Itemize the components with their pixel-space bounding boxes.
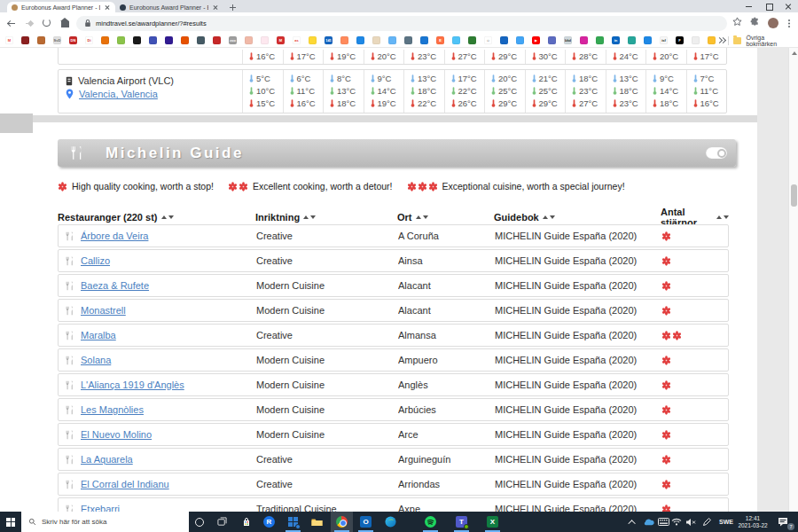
browser-menu-icon[interactable] xyxy=(784,17,793,29)
restaurant-link[interactable]: Árbore da Veira xyxy=(81,231,148,241)
restaurant-link[interactable]: Baeza & Rufete xyxy=(81,280,149,291)
restaurant-link[interactable]: Monastrell xyxy=(81,305,126,316)
sort-asc-icon[interactable] xyxy=(543,215,548,219)
section-toggle[interactable] xyxy=(706,147,727,159)
edge-button[interactable] xyxy=(379,512,402,532)
restaurant-link[interactable]: El Nuevo Molino xyxy=(81,429,152,440)
forward-button[interactable] xyxy=(23,17,35,29)
column-header[interactable]: Restauranger (220 st) xyxy=(58,212,255,223)
bookmark-favicon[interactable] xyxy=(500,36,508,44)
browser-tab[interactable]: Eurobonus Award Planner - Desti xyxy=(7,2,115,12)
address-bar[interactable]: mindtravel.se/awardplanner/?#results xyxy=(76,16,727,31)
tab-close-icon[interactable] xyxy=(104,4,111,11)
restaurant-link[interactable]: Solana xyxy=(81,355,111,365)
restaurant-link[interactable]: La Aquarela xyxy=(81,454,133,465)
bookmark-favicon[interactable] xyxy=(596,36,604,44)
taskbar-search[interactable]: Skriv här för att söka xyxy=(21,512,189,532)
column-header[interactable]: Guidebok xyxy=(494,212,661,223)
bookmark-favicon[interactable]: E xyxy=(436,36,444,44)
bookmark-favicon[interactable]: isf xyxy=(660,36,668,44)
bookmark-favicon[interactable] xyxy=(165,36,173,44)
bookmark-favicon[interactable] xyxy=(181,36,189,44)
touch-keyboard-button[interactable] xyxy=(656,512,670,532)
bookmark-favicon[interactable]: in xyxy=(612,36,620,44)
vertical-scrollbar[interactable] xyxy=(788,48,798,512)
bookmark-favicon[interactable] xyxy=(245,36,253,44)
wifi-tray-button[interactable] xyxy=(670,512,683,532)
action-center-button[interactable]: 7 xyxy=(771,512,794,532)
bookmark-favicon[interactable] xyxy=(548,36,556,44)
bookmark-favicon[interactable]: SvD xyxy=(53,36,61,44)
outlook-button[interactable]: O xyxy=(355,512,377,532)
minimize-icon[interactable] xyxy=(739,0,759,12)
bookmark-favicon[interactable]: bkd xyxy=(564,36,572,44)
profile-avatar[interactable] xyxy=(768,18,778,28)
bookmark-favicon[interactable] xyxy=(37,36,45,44)
chrome-button[interactable] xyxy=(331,512,353,532)
bookmark-favicon[interactable]: DN xyxy=(69,36,77,44)
bookmark-favicon[interactable] xyxy=(692,36,700,44)
bookmark-favicon[interactable] xyxy=(644,36,652,44)
bookmark-favicon[interactable]: 141 xyxy=(325,36,332,44)
sort-asc-icon[interactable] xyxy=(416,215,421,219)
restaurant-link[interactable]: L'Aliança 1919 d'Anglès xyxy=(81,379,184,390)
bookmark-favicon[interactable] xyxy=(388,36,396,44)
language-indicator[interactable]: SWE xyxy=(715,512,738,532)
restaurant-link[interactable]: Les Magnòlies xyxy=(81,404,144,415)
browser-tab[interactable]: Eurobonus Award Planner - Beta xyxy=(115,2,223,12)
app-r-button[interactable]: R xyxy=(258,512,280,532)
sort-desc-icon[interactable] xyxy=(423,215,428,219)
bookmark-favicon[interactable] xyxy=(708,36,716,44)
sort-desc-icon[interactable] xyxy=(310,215,316,219)
bookmark-favicon[interactable] xyxy=(468,36,476,44)
bookmark-favicon[interactable] xyxy=(580,36,588,44)
airport-city-link[interactable]: Valencia, Valencia xyxy=(79,89,158,99)
sort-asc-icon[interactable] xyxy=(303,215,309,219)
bookmark-favicon[interactable] xyxy=(133,36,141,44)
restaurant-link[interactable]: Etxebarri xyxy=(81,504,120,512)
tab-close-icon[interactable] xyxy=(212,4,219,11)
bookmarks-overflow-icon[interactable] xyxy=(717,37,724,44)
spotify-button[interactable] xyxy=(419,512,442,532)
bookmark-favicon[interactable]: Di xyxy=(85,36,93,44)
sort-desc-icon[interactable] xyxy=(724,215,729,219)
column-header[interactable]: Inriktning xyxy=(255,212,397,223)
bookmark-favicon[interactable] xyxy=(372,36,380,44)
new-tab-button[interactable] xyxy=(227,2,238,12)
sort-asc-icon[interactable] xyxy=(161,215,167,219)
extensions-icon[interactable] xyxy=(750,17,763,29)
bookmark-favicon[interactable]: ▶ xyxy=(532,36,540,44)
bookmark-favicon[interactable] xyxy=(213,36,221,44)
bookmark-favicon[interactable] xyxy=(101,36,109,44)
bookmark-favicon[interactable] xyxy=(420,36,428,44)
scrollbar-thumb[interactable] xyxy=(791,184,797,207)
cortana-button[interactable] xyxy=(188,512,210,532)
sort-desc-icon[interactable] xyxy=(168,215,174,219)
bookmark-star-icon[interactable] xyxy=(732,17,745,29)
column-header[interactable]: Ort xyxy=(397,212,494,223)
other-bookmarks-label[interactable]: Övriga bokmärken xyxy=(746,35,793,47)
task-view-button[interactable] xyxy=(211,512,233,532)
home-button[interactable] xyxy=(59,17,71,29)
tray-expand-button[interactable] xyxy=(626,512,640,532)
bookmark-favicon[interactable] xyxy=(340,36,348,44)
clock[interactable]: 12:41 2021-03-22 xyxy=(736,512,770,532)
bookmark-favicon[interactable] xyxy=(309,36,317,44)
restaurant-link[interactable]: El Corral del Indianu xyxy=(81,479,169,489)
close-icon[interactable] xyxy=(778,0,798,12)
bookmark-favicon[interactable] xyxy=(356,36,364,44)
store-button[interactable] xyxy=(235,512,257,532)
bookmark-favicon[interactable] xyxy=(452,36,460,44)
maximize-icon[interactable] xyxy=(759,0,778,12)
bookmark-favicon[interactable]: M xyxy=(5,36,13,44)
bookmark-favicon[interactable] xyxy=(21,36,29,44)
bookmark-favicon[interactable]: zoo xyxy=(229,36,237,44)
reload-button[interactable] xyxy=(41,17,53,29)
onedrive-tray-button[interactable] xyxy=(640,512,656,532)
bookmark-favicon[interactable] xyxy=(197,36,205,44)
bookmark-favicon[interactable] xyxy=(117,36,125,44)
bookmark-favicon[interactable] xyxy=(149,36,157,44)
scrollbar-up-arrow[interactable] xyxy=(792,51,797,55)
bookmark-favicon[interactable]: as xyxy=(293,36,301,44)
bookmark-favicon[interactable]: ☺ xyxy=(484,36,492,44)
